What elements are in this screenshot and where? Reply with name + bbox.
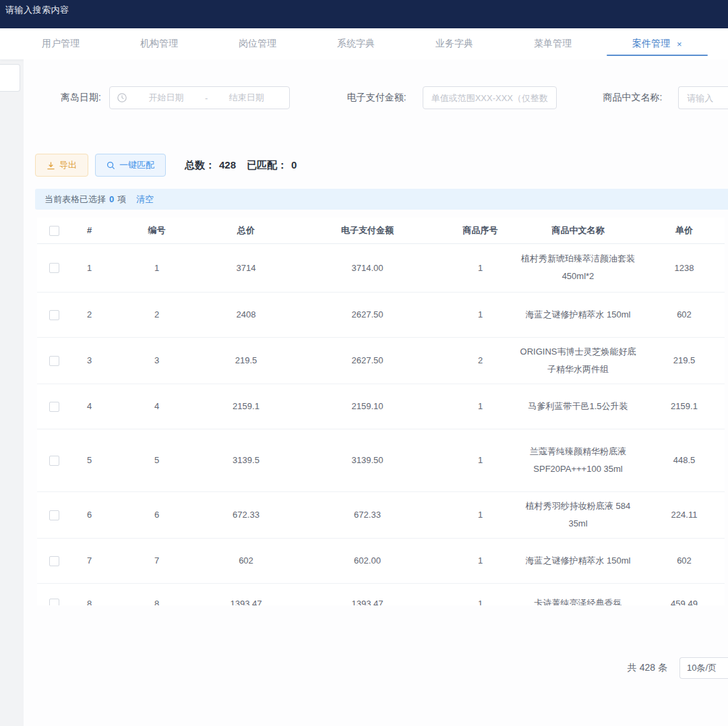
- date-start-placeholder[interactable]: 开始日期: [130, 92, 202, 104]
- row-total-price: 3139.5: [206, 429, 286, 491]
- export-button-label: 导出: [59, 159, 77, 171]
- row-index: 6: [71, 491, 108, 538]
- row-product-name: 海蓝之谜修护精萃水 150ml: [512, 292, 644, 337]
- tab-机构管理[interactable]: 机构管理: [124, 28, 194, 59]
- download-icon: [47, 161, 55, 170]
- row-index: 5: [71, 429, 108, 491]
- amount-input[interactable]: [423, 87, 556, 109]
- row-total-price: 602: [206, 538, 286, 583]
- table-header-row: # 编号 总价 电子支付金额 商品序号 商品中文名称 单价: [37, 218, 725, 243]
- select-all-checkbox[interactable]: [49, 226, 59, 236]
- row-checkbox[interactable]: [49, 263, 59, 273]
- row-checkbox[interactable]: [49, 510, 59, 520]
- row-epay-amount: 1393.47: [286, 583, 448, 605]
- row-epay-amount: 672.33: [286, 491, 448, 538]
- row-product-name: 卡诗菁纯亮泽经典香氛: [512, 583, 644, 605]
- row-product-name: ORIGINS韦博士灵芝焕能好底子精华水两件组: [512, 337, 644, 384]
- tab-label: 机构管理: [140, 38, 178, 50]
- total-label: 总数：: [185, 159, 215, 172]
- tab-label: 岗位管理: [239, 38, 276, 50]
- table-row: 442159.12159.101马爹利蓝带干邑1.5公升装2159.1: [37, 384, 725, 429]
- tab-label: 业务字典: [435, 38, 473, 50]
- clear-selection-link[interactable]: 清空: [136, 193, 154, 206]
- selection-prefix: 当前表格已选择: [44, 193, 106, 206]
- one-click-match-button[interactable]: 一键匹配: [95, 154, 166, 177]
- row-index: 4: [71, 384, 108, 429]
- name-filter-label: 商品中文名称:: [603, 92, 662, 104]
- row-product-name: 马爹利蓝带干邑1.5公升装: [512, 384, 644, 429]
- row-unit-price: 2159.1: [644, 384, 725, 429]
- row-epay-amount: 2627.50: [286, 292, 448, 337]
- row-product-name: 植村秀羽纱持妆粉底液 584 35ml: [512, 491, 644, 538]
- tab-案件管理[interactable]: 案件管理×: [616, 28, 698, 59]
- date-end-placeholder[interactable]: 结束日期: [210, 92, 282, 104]
- collapsed-side-handle[interactable]: [0, 64, 20, 92]
- global-search-input[interactable]: 请输入搜索内容: [5, 4, 69, 16]
- tab-label: 菜单管理: [534, 38, 572, 50]
- row-number: 1: [108, 243, 206, 292]
- row-epay-amount: 2159.10: [286, 384, 448, 429]
- row-checkbox[interactable]: [49, 556, 59, 566]
- date-separator: -: [202, 93, 210, 103]
- row-unit-price: 602: [644, 292, 725, 337]
- selection-suffix: 项: [117, 193, 126, 206]
- row-total-price: 1393.47: [206, 583, 286, 605]
- row-index: 8: [71, 583, 108, 605]
- tab-业务字典[interactable]: 业务字典: [419, 28, 489, 59]
- table-row: 33219.52627.502ORIGINS韦博士灵芝焕能好底子精华水两件组21…: [37, 337, 725, 384]
- row-product-seq: 2: [448, 337, 512, 384]
- case-table: # 编号 总价 电子支付金额 商品序号 商品中文名称 单价 1137143714…: [37, 218, 725, 605]
- page-size-value: 10条/页: [687, 662, 717, 674]
- table-row: 66672.33672.331植村秀羽纱持妆粉底液 584 35ml224.11: [37, 491, 725, 538]
- amount-filter-label: 电子支付金额:: [347, 92, 406, 104]
- row-product-name: 植村秀新琥珀臻萃洁颜油套装 450ml*2: [512, 243, 644, 292]
- tab-label: 系统字典: [337, 38, 375, 50]
- table-row: 881393.471393.471卡诗菁纯亮泽经典香氛459.49: [37, 583, 725, 605]
- row-number: 2: [108, 292, 206, 337]
- row-checkbox[interactable]: [49, 599, 59, 605]
- row-product-seq: 1: [448, 243, 512, 292]
- date-filter-label: 离岛日期:: [61, 92, 101, 104]
- tab-岗位管理[interactable]: 岗位管理: [222, 28, 293, 59]
- row-unit-price: 602: [644, 538, 725, 583]
- row-epay-amount: 2627.50: [286, 337, 448, 384]
- row-total-price: 672.33: [206, 491, 286, 538]
- row-checkbox[interactable]: [49, 310, 59, 320]
- row-number: 8: [108, 583, 206, 605]
- row-unit-price: 1238: [644, 243, 725, 292]
- row-product-name: 海蓝之谜修护精萃水 150ml: [512, 538, 644, 583]
- page-size-select[interactable]: 10条/页: [679, 657, 728, 679]
- clock-icon: [117, 92, 127, 103]
- row-index: 2: [71, 292, 108, 337]
- row-number: 7: [108, 538, 206, 583]
- row-checkbox[interactable]: [49, 456, 59, 466]
- tab-系统字典[interactable]: 系统字典: [321, 28, 391, 59]
- table-container: # 编号 总价 电子支付金额 商品序号 商品中文名称 单价 1137143714…: [37, 218, 728, 605]
- date-range-input[interactable]: 开始日期 - 结束日期: [109, 86, 290, 109]
- product-name-input[interactable]: [679, 87, 728, 109]
- tab-用户管理[interactable]: 用户管理: [26, 28, 96, 59]
- count-stats: 总数： 428 已匹配： 0: [185, 159, 303, 172]
- row-checkbox[interactable]: [49, 402, 59, 412]
- main-panel: 离岛日期: 开始日期 - 结束日期 电子支付金额: 商品中文名称: 导出: [24, 59, 728, 726]
- export-button[interactable]: 导出: [35, 154, 88, 177]
- amount-input-wrap: [423, 86, 557, 109]
- row-epay-amount: 602.00: [286, 538, 448, 583]
- col-header-epay-amount: 电子支付金额: [286, 218, 448, 243]
- selection-bar: 当前表格已选择 0 项 清空: [35, 189, 728, 210]
- row-unit-price: 448.5: [644, 429, 725, 491]
- row-product-seq: 1: [448, 429, 512, 491]
- tab-菜单管理[interactable]: 菜单管理: [518, 28, 588, 59]
- row-number: 4: [108, 384, 206, 429]
- col-header-number: 编号: [108, 218, 206, 243]
- total-value: 428: [219, 159, 236, 172]
- col-header-product-seq: 商品序号: [448, 218, 512, 243]
- table-row: 77602602.001海蓝之谜修护精萃水 150ml602: [37, 538, 725, 583]
- row-epay-amount: 3714.00: [286, 243, 448, 292]
- row-checkbox[interactable]: [49, 356, 59, 366]
- top-navbar: 请输入搜索内容: [0, 0, 728, 28]
- close-icon[interactable]: ×: [677, 39, 682, 49]
- row-index: 7: [71, 538, 108, 583]
- pagination-total: 共 428 条: [628, 662, 667, 674]
- name-input-wrap: [678, 86, 728, 109]
